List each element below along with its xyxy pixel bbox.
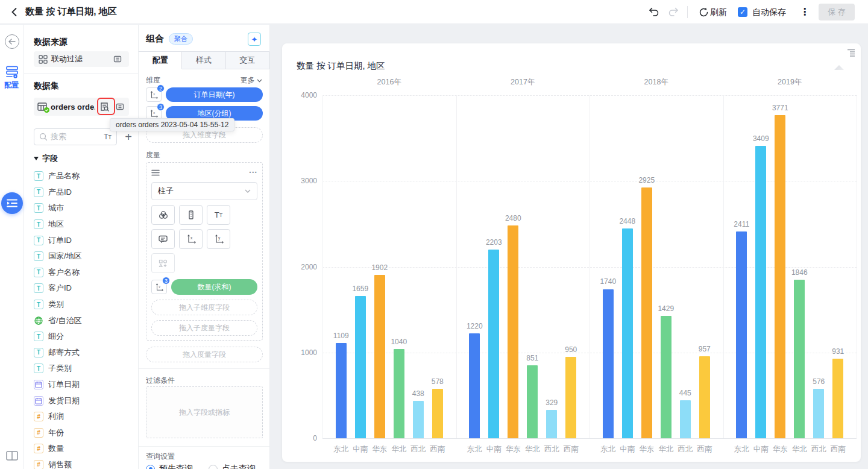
- add-field-button[interactable]: +: [122, 130, 135, 144]
- redo-icon[interactable]: [667, 5, 680, 19]
- measure-more-icon[interactable]: ···: [249, 168, 257, 177]
- bar-2019年-中南[interactable]: [755, 146, 766, 438]
- color-setting-button[interactable]: [151, 205, 175, 225]
- bar-2019年-华东[interactable]: [775, 115, 785, 438]
- x-axis-setting-button[interactable]: x: [179, 229, 203, 249]
- field-item[interactable]: T客户名称: [34, 265, 136, 281]
- field-item[interactable]: #年份: [34, 425, 136, 441]
- field-item[interactable]: T类别: [34, 297, 136, 313]
- field-item[interactable]: 省/自治区: [34, 312, 136, 329]
- drop-sub-dimension-zone[interactable]: 拖入子维度字段: [151, 300, 257, 315]
- field-item[interactable]: T城市: [34, 200, 136, 216]
- chart-type-select[interactable]: 柱子: [151, 182, 257, 200]
- refresh-icon[interactable]: [697, 5, 710, 19]
- chart-card[interactable]: 数量 按 订单日期, 地区 010002000300040002016年1109…: [282, 43, 861, 462]
- bar-2016年-东北[interactable]: [336, 343, 347, 438]
- undo-icon[interactable]: [647, 5, 661, 19]
- more-dropdown[interactable]: 更多: [241, 75, 262, 86]
- bar-2016年-中南[interactable]: [355, 296, 366, 438]
- field-item[interactable]: 发货日期: [34, 392, 136, 409]
- dimension-axis-icon[interactable]: x2: [146, 87, 162, 102]
- field-item[interactable]: T细分: [34, 329, 136, 345]
- favorite-template-button[interactable]: ✦: [248, 33, 261, 46]
- label-setting-button[interactable]: [179, 205, 203, 225]
- field-item[interactable]: T地区: [34, 216, 136, 233]
- drag-handle-icon[interactable]: [151, 169, 160, 176]
- autosave-checkbox[interactable]: ✓: [738, 7, 747, 17]
- dataset-copy-icon[interactable]: [113, 100, 127, 113]
- linkage-filter-row[interactable]: 联动过滤: [34, 51, 129, 67]
- query-radio-预先查询[interactable]: 预先查询: [146, 464, 193, 469]
- drop-sub-measure-zone[interactable]: 拖入子度量字段: [151, 320, 257, 336]
- field-item[interactable]: #利润: [34, 409, 136, 425]
- bar-2016年-华东[interactable]: [374, 275, 385, 438]
- linkage-panel-icon[interactable]: [111, 52, 124, 66]
- bar-2018年-西南[interactable]: [699, 356, 710, 438]
- measure-axis-icon[interactable]: y 3: [151, 280, 167, 294]
- field-item[interactable]: #销售额: [34, 457, 136, 469]
- number-field-icon: #: [34, 428, 43, 438]
- tab-交互[interactable]: 交互: [226, 52, 269, 69]
- bar-2019年-华北[interactable]: [794, 280, 805, 438]
- query-radio-点击查询[interactable]: 点击查询: [209, 464, 256, 469]
- bar-2018年-东北[interactable]: [603, 289, 614, 439]
- text-field-icon: T: [34, 348, 43, 357]
- chart-title: 数量 按 订单日期, 地区: [297, 60, 385, 72]
- field-item[interactable]: T产品名称: [34, 168, 136, 184]
- drop-filter-zone[interactable]: 拖入字段或指标: [146, 386, 263, 438]
- drop-measure-zone[interactable]: 拖入度量字段: [146, 347, 263, 362]
- field-name: 类别: [48, 299, 64, 310]
- tooltip-setting-button[interactable]: [151, 229, 175, 249]
- bar-2018年-华北[interactable]: [661, 316, 671, 438]
- panel-toggle-button[interactable]: [1, 192, 23, 214]
- more-menu-icon[interactable]: ⋮: [799, 5, 810, 19]
- field-item[interactable]: T国家/地区: [34, 248, 136, 265]
- field-item[interactable]: T邮寄方式: [34, 345, 136, 361]
- bar-2017年-东北[interactable]: [469, 333, 480, 438]
- field-item[interactable]: T子类别: [34, 360, 136, 377]
- bar-2017年-西北[interactable]: [546, 410, 557, 438]
- bar-2017年-中南[interactable]: [488, 250, 499, 438]
- back-icon[interactable]: [8, 6, 20, 18]
- text-setting-button[interactable]: TT: [207, 205, 230, 225]
- dataset-table-icon: [37, 102, 48, 112]
- bar-2019年-西北[interactable]: [813, 389, 824, 438]
- split-view-icon[interactable]: [6, 451, 18, 461]
- save-button[interactable]: 保 存: [819, 4, 855, 20]
- field-item[interactable]: 订单日期: [34, 377, 136, 393]
- fields-section-header[interactable]: 字段: [34, 153, 58, 164]
- field-item[interactable]: T订单ID: [34, 232, 136, 248]
- x-axis-tick: 西南: [430, 444, 445, 455]
- bar-2016年-西南[interactable]: [432, 389, 443, 438]
- bar-2017年-华北[interactable]: [527, 365, 538, 438]
- query-title: 查询设置: [146, 452, 175, 462]
- tab-配置[interactable]: 配置: [139, 52, 182, 69]
- config-nav-icon[interactable]: [5, 65, 19, 79]
- refresh-label[interactable]: 刷新: [710, 7, 727, 18]
- bar-2017年-华东[interactable]: [508, 225, 518, 438]
- config-nav-label[interactable]: 配置: [4, 80, 19, 90]
- bar-2018年-西北[interactable]: [680, 400, 691, 438]
- bar-2018年-华东[interactable]: [641, 187, 652, 438]
- field-item[interactable]: #数量: [34, 441, 136, 457]
- measure-pill[interactable]: 数量(求和): [171, 279, 257, 295]
- field-search-input[interactable]: 搜索 Tᴛ: [34, 128, 117, 145]
- text-size-toggle[interactable]: Tᴛ: [104, 133, 112, 141]
- bar-2016年-华北[interactable]: [394, 349, 404, 438]
- bar-2019年-东北[interactable]: [736, 231, 747, 438]
- field-item[interactable]: T产品ID: [34, 184, 136, 201]
- bar-2016年-西北[interactable]: [413, 401, 424, 438]
- field-item[interactable]: T客户ID: [34, 280, 136, 297]
- dimension-pill[interactable]: 订单日期(年): [166, 87, 263, 102]
- radio-dot[interactable]: [146, 465, 155, 469]
- y-axis-setting-button[interactable]: y: [207, 229, 230, 249]
- radio-dot[interactable]: [209, 465, 218, 469]
- bar-2018年-中南[interactable]: [622, 228, 633, 438]
- collapse-back-icon[interactable]: [5, 34, 19, 49]
- field-name: 订单ID: [48, 235, 72, 246]
- autosave-label[interactable]: 自动保存: [752, 7, 786, 18]
- widget-corner-icon[interactable]: [846, 48, 857, 57]
- bar-2019年-西南[interactable]: [832, 359, 843, 438]
- tab-样式[interactable]: 样式: [182, 52, 225, 69]
- bar-2017年-西南[interactable]: [565, 357, 576, 438]
